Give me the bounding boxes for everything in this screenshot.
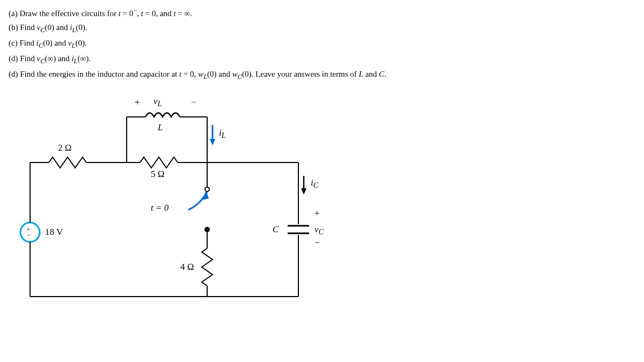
capacitor-label: C [273,224,279,235]
svg-marker-11 [202,191,209,200]
r3-label: 4 Ω [180,262,194,272]
ic-label: iC [311,178,318,190]
problem-list: (a) Draw the effective circuits for t = … [9,5,635,82]
svg-marker-9 [210,139,215,145]
problem-label-c: (c) [9,39,18,47]
problem-label-b: (b) [9,23,18,32]
svg-marker-19 [301,188,306,195]
problem-d: (d) Find vC(∞) and iL(∞). [9,52,635,67]
vl-minus: − [191,97,196,108]
r2-label: 5 Ω [151,169,164,180]
vc-plus: + [314,208,320,219]
problem-text-e: Find the energies in the inductor and ca… [20,70,386,78]
problem-text-b: Find vC(0) and iL(0). [20,23,87,32]
problem-label-e: (d) [9,70,18,78]
vc-label: vC [314,224,324,237]
problem-text-a: Draw the effective circuits for t = 0−, … [19,9,192,18]
problem-text-c: Find iC(0) and vL(0). [19,39,86,47]
circuit-svg [19,93,341,307]
problem-b: (b) Find vC(0) and iL(0). [9,21,635,35]
inductor-icon [145,113,180,117]
problem-c: (c) Find iC(0) and vL(0). [9,36,635,51]
il-label: iL [219,128,226,140]
problem-label-a: (a) [9,9,18,18]
inductor-label: L [158,122,163,133]
switch-top-terminal-icon [205,187,209,191]
resistor-r1-icon [49,157,86,168]
problem-label-d: (d) [9,54,18,63]
problem-e: (d) Find the energies in the inductor an… [9,68,635,82]
resistor-r3-icon [202,248,213,286]
source-voltage-label: 18 V [45,227,63,238]
vl-label: vL [153,96,162,108]
problem-text-d: Find vC(∞) and iL(∞). [20,54,91,63]
circuit-diagram: + − 18 V 2 Ω + vL − L iL 5 Ω t = 0 4 Ω C… [19,93,341,307]
vl-plus: + [135,97,140,108]
vc-minus: − [314,238,320,248]
r1-label: 2 Ω [58,143,71,153]
switch-label: t = 0 [151,203,169,213]
resistor-r2-icon [140,157,178,168]
problem-a: (a) Draw the effective circuits for t = … [9,5,635,20]
source-minus: − [27,231,31,240]
